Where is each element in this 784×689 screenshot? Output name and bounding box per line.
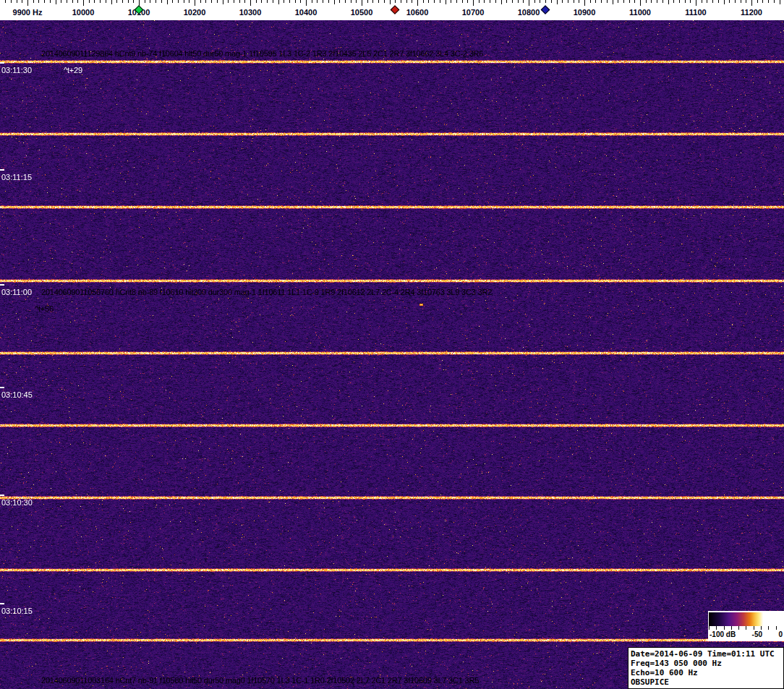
ruler-tick [100,0,101,3]
ruler-tick [44,0,45,3]
ruler-tick [77,0,78,3]
ruler-tick [133,0,134,3]
ruler-tick [412,0,412,3]
ruler-tick [501,0,502,4]
info-echo-frequency: Echo=10 600 Hz [631,668,781,677]
ruler-tick [217,0,218,3]
ruler-tick [33,0,34,3]
ruler-tick [261,0,262,3]
ruler-tick [172,0,173,3]
ruler-frequency-label: 10300 [239,8,262,17]
ruler-tick [395,0,396,3]
blue-diamond-marker-icon[interactable] [541,5,550,14]
ruler-frequency-label: 10600 [406,8,429,17]
ruler-tick [27,0,28,6]
ruler-tick [250,0,251,6]
ruler-tick [707,0,707,3]
ruler-tick [323,0,323,3]
ruler-tick [161,0,162,3]
ruler-tick [356,0,357,3]
ruler-frequency-label: 10000 [72,8,95,17]
ruler-tick [601,0,602,3]
ruler-frequency-label: 10900 [574,8,596,17]
color-scale-labels: -100 dB -50 0 [709,630,783,639]
ruler-tick [685,0,686,3]
ruler-tick [579,0,579,3]
ruler-tick [534,0,535,3]
ruler-tick [122,0,123,3]
ruler-frequency-label: 10700 [462,8,485,17]
ruler-tick [367,0,368,3]
ruler-tick [289,0,290,3]
ruler-tick [657,0,657,3]
meteor-spectrogram-page: 9900 Hz100001010010200103001040010500106… [0,0,784,689]
ruler-tick [484,0,485,3]
ruler-tick [89,0,90,3]
ruler-tick [205,0,206,3]
ruler-tick [446,0,446,4]
ruler-tick [300,0,301,3]
color-scale-legend: -100 dB -50 0 [708,611,784,641]
ruler-tick [339,0,340,3]
ruler-tick [451,0,451,3]
ruler-tick [267,0,268,3]
ruler-tick [746,0,746,3]
ruler-tick [67,0,67,3]
color-scale-min-label: -100 dB [710,630,736,639]
ruler-tick [735,0,736,3]
ruler-tick [5,0,6,3]
ruler-frequency-label: 11000 [629,8,651,17]
ruler-tick [634,0,635,3]
ruler-tick [150,0,150,3]
ruler-tick [384,0,385,3]
ruler-tick [774,0,775,3]
info-date-time: Date=2014-06-09 Time=01:11 UTC [631,649,781,659]
ruler-tick [512,0,513,3]
ruler-tick [234,0,234,3]
ruler-tick [690,0,691,3]
ruler-tick [22,0,22,3]
ruler-tick [662,0,663,3]
ruler-tick [768,0,769,3]
ruler-frequency-label: 10800 [518,8,540,17]
ruler-tick [423,0,424,3]
ruler-tick [523,0,524,3]
ruler-tick [428,0,429,3]
ruler-frequency-label: 10500 [351,8,373,17]
ruler-tick [278,0,279,4]
ruler-tick [317,0,318,3]
ruler-tick [562,0,563,3]
ruler-tick [228,0,229,3]
ruler-tick [328,0,329,3]
ruler-tick [590,0,591,3]
ruler-tick [623,0,624,3]
ruler-frequency-label: 11100 [685,8,706,17]
info-frequency: Freq=143 050 000 Hz [631,659,781,668]
ruler-tick [490,0,490,3]
ruler-tick [629,0,630,3]
ruler-tick [256,0,257,3]
ruler-tick [607,0,608,3]
ruler-tick [506,0,507,3]
ruler-tick [111,0,112,4]
ruler-tick [334,0,335,4]
ruler-tick [72,0,73,3]
ruler-tick [495,0,496,3]
ruler-tick [729,0,730,3]
ruler-tick [167,0,168,4]
red-diamond-marker-icon[interactable] [391,5,400,14]
ruler-tick [724,0,725,4]
ruler-tick [94,0,95,3]
observation-info-box: Date=2014-06-09 Time=01:11 UTC Freq=143 … [628,647,784,689]
ruler-tick [362,0,362,6]
ruler-tick [200,0,201,3]
ruler-tick [540,0,540,3]
info-station-name: OBSUPICE [631,677,781,687]
ruler-tick [372,0,373,3]
ruler-tick [417,0,418,6]
ruler-tick [545,0,546,3]
ruler-tick [762,0,763,3]
ruler-frequency-label: 9900 Hz [13,8,43,17]
ruler-tick [345,0,346,3]
ruler-tick [401,0,401,3]
